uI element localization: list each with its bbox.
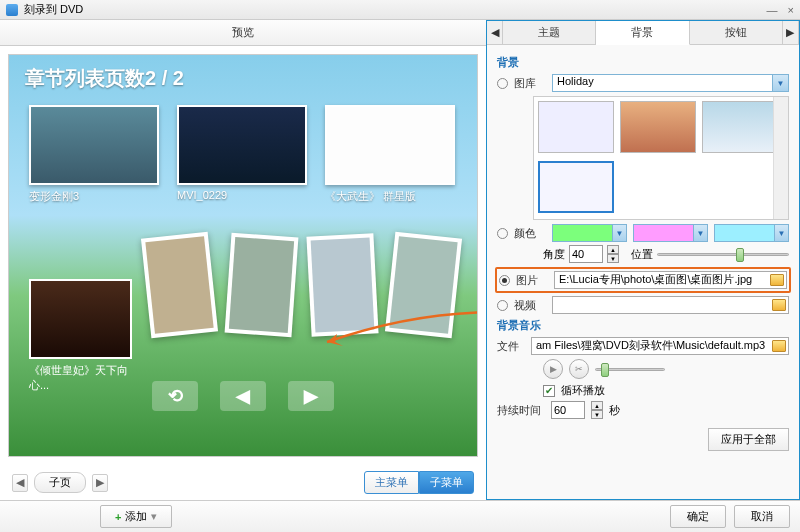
plus-icon: + (115, 511, 121, 523)
bg-thumb[interactable] (538, 101, 614, 153)
chapter-thumb[interactable]: MVI_0229 (177, 105, 307, 204)
tab-theme[interactable]: 主题 (503, 21, 596, 44)
tab-main-menu[interactable]: 主菜单 (364, 471, 419, 494)
window-title: 刻录到 DVD (24, 2, 83, 17)
nav-next-button[interactable]: ▶ (288, 381, 334, 411)
duration-up[interactable]: ▲ (591, 401, 603, 410)
tab-button[interactable]: 按钮 (690, 21, 783, 44)
preview-pane: 章节列表页数2 / 2 变形金刚3 MVI_0229 《大武生》 群星版 《倾世… (8, 54, 478, 457)
color-select-1[interactable]: ▼ (552, 224, 627, 242)
decor-photo (141, 232, 218, 338)
add-button[interactable]: +添加▾ (100, 505, 172, 528)
color-label: 颜色 (514, 226, 546, 241)
radio-library[interactable] (497, 78, 508, 89)
chevron-down-icon[interactable]: ▼ (772, 75, 788, 91)
duration-input[interactable] (551, 401, 585, 419)
decor-photo (306, 233, 378, 336)
library-label: 图库 (514, 76, 546, 91)
titlebar: 刻录到 DVD — × (0, 0, 800, 20)
radio-color[interactable] (497, 228, 508, 239)
decor-photo (385, 232, 462, 338)
nav-prev-button[interactable]: ◀ (220, 381, 266, 411)
angle-down[interactable]: ▼ (607, 254, 619, 263)
subpage-label[interactable]: 子页 (34, 472, 86, 493)
radio-video[interactable] (497, 300, 508, 311)
angle-up[interactable]: ▲ (607, 245, 619, 254)
loop-label: 循环播放 (561, 383, 605, 398)
tabs-scroll-right[interactable]: ▶ (783, 21, 799, 44)
angle-label: 角度 (543, 247, 565, 262)
library-thumbnails (533, 96, 789, 220)
trim-button[interactable]: ✂ (569, 359, 589, 379)
duration-label: 持续时间 (497, 403, 545, 418)
nav-back-button[interactable]: ⟲ (152, 381, 198, 411)
video-label: 视频 (514, 298, 546, 313)
close-button[interactable]: × (788, 4, 794, 16)
music-path-input[interactable]: am Files\狸窝\DVD刻录软件\Music\default.mp3 (531, 337, 789, 355)
color-select-2[interactable]: ▼ (633, 224, 708, 242)
duration-down[interactable]: ▼ (591, 410, 603, 419)
decor-photo (224, 233, 298, 337)
loop-checkbox[interactable]: ✔ (543, 385, 555, 397)
folder-icon[interactable] (770, 274, 784, 286)
chapter-thumb[interactable]: 变形金刚3 (29, 105, 159, 204)
right-panel: ◀ 主题 背景 按钮 ▶ 背景 图库 Holiday▼ (486, 20, 800, 500)
section-background: 背景 (497, 55, 789, 70)
scrollbar[interactable] (773, 97, 788, 219)
subpage-prev-button[interactable]: ◀ (12, 474, 28, 492)
minimize-button[interactable]: — (767, 4, 778, 16)
bg-thumb-selected[interactable] (538, 161, 614, 213)
play-button[interactable]: ▶ (543, 359, 563, 379)
tab-background[interactable]: 背景 (596, 21, 689, 45)
color-select-3[interactable]: ▼ (714, 224, 789, 242)
bg-thumb[interactable] (620, 101, 696, 153)
page-title: 章节列表页数2 / 2 (25, 65, 184, 92)
folder-icon[interactable] (772, 299, 786, 311)
video-path-input[interactable] (552, 296, 789, 314)
library-select[interactable]: Holiday▼ (552, 74, 789, 92)
bg-thumb[interactable] (702, 101, 778, 153)
volume-slider[interactable] (595, 362, 665, 376)
cancel-button[interactable]: 取消 (734, 505, 790, 528)
chapter-thumb[interactable]: 《大武生》 群星版 (325, 105, 455, 204)
ok-button[interactable]: 确定 (670, 505, 726, 528)
image-label: 图片 (516, 273, 548, 288)
section-music: 背景音乐 (497, 318, 789, 333)
apply-all-button[interactable]: 应用于全部 (708, 428, 789, 451)
position-slider[interactable] (657, 247, 789, 261)
image-path-input[interactable]: E:\Lucia专用\photo\桌面图\桌面图片.jpg (554, 271, 787, 289)
duration-unit: 秒 (609, 403, 620, 418)
chapter-thumb[interactable]: 《倾世皇妃》天下向心... (29, 279, 132, 393)
preview-header: 预览 (0, 20, 486, 46)
subpage-next-button[interactable]: ▶ (92, 474, 108, 492)
position-label: 位置 (631, 247, 653, 262)
tab-sub-menu[interactable]: 子菜单 (419, 471, 474, 494)
angle-input[interactable] (569, 245, 603, 263)
folder-icon[interactable] (772, 340, 786, 352)
app-icon (6, 4, 18, 16)
file-label: 文件 (497, 339, 525, 354)
radio-image[interactable] (499, 275, 510, 286)
tabs-scroll-left[interactable]: ◀ (487, 21, 503, 44)
